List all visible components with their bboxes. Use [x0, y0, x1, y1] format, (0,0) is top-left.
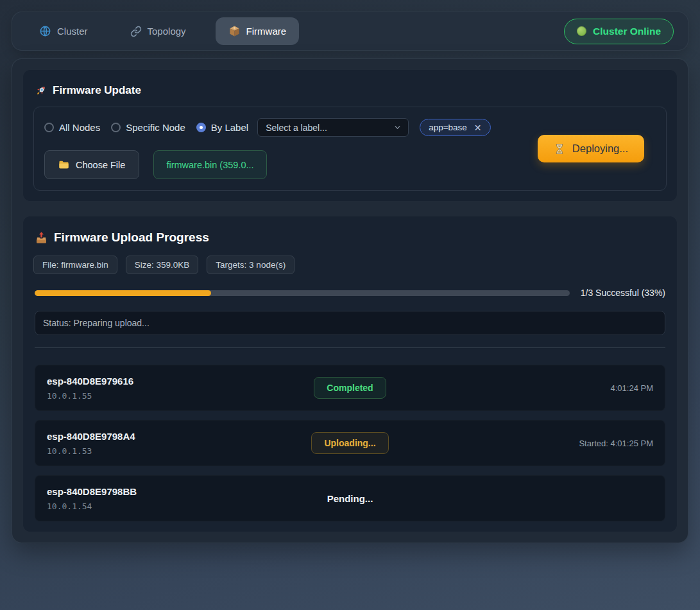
top-nav: Cluster Topology Firmware Cluster Online [12, 12, 688, 51]
radio-dot [44, 123, 54, 132]
cluster-online-label: Cluster Online [593, 26, 661, 37]
globe-icon [39, 25, 51, 37]
node-ip: 10.0.1.55 [47, 391, 314, 401]
firmware-update-title: Firmware Update [35, 84, 667, 97]
status-badge: Uploading... [311, 432, 388, 454]
meta-badges: File: firmware.bin Size: 359.0KB Targets… [33, 256, 667, 274]
deploy-button[interactable]: Deploying... [538, 135, 644, 162]
chevron-down-icon [393, 123, 402, 132]
meta-file: File: firmware.bin [33, 256, 117, 274]
node-name: esp-840D8E9798A4 [47, 431, 311, 442]
node-name: esp-840D8E979616 [47, 376, 314, 387]
label-select-dropdown[interactable]: Select a label... [257, 118, 409, 137]
nav-item-label: Topology [148, 26, 186, 37]
folder-icon [58, 159, 69, 170]
node-row: esp-840D8E979616 10.0.1.55 Completed 4:0… [35, 365, 665, 411]
radio-dot [111, 123, 121, 132]
meta-size: Size: 359.0KB [126, 256, 199, 274]
status-message: Status: Preparing upload... [35, 311, 665, 335]
node-row: esp-840D8E9798A4 10.0.1.53 Uploading... … [35, 420, 665, 466]
main-panel: Firmware Update All Nodes Specific Node … [12, 58, 688, 543]
update-form: All Nodes Specific Node By Label Select … [33, 107, 667, 191]
upload-progress-title: Firmware Upload Progress [35, 231, 667, 245]
radio-all-nodes[interactable]: All Nodes [44, 122, 100, 133]
progress-row: 1/3 Successful (33%) [35, 288, 665, 298]
nav-item-firmware[interactable]: Firmware [216, 17, 300, 45]
nav-item-label: Firmware [246, 26, 287, 37]
radio-dot [196, 123, 206, 132]
chip-remove-icon[interactable]: ✕ [474, 123, 482, 133]
node-row: esp-840D8E9798BB 10.0.1.54 Pending... [35, 475, 665, 521]
progress-bar-fill [35, 290, 211, 296]
progress-bar [35, 290, 570, 296]
hourglass-icon [554, 143, 565, 155]
cluster-online-badge: Cluster Online [564, 19, 674, 44]
rocket-icon [35, 85, 47, 97]
node-time: 4:01:24 PM [386, 383, 653, 393]
label-chip-app-base: app=base ✕ [420, 119, 490, 136]
nav-item-topology[interactable]: Topology [117, 18, 199, 45]
node-ip: 10.0.1.53 [47, 446, 311, 456]
nav-item-cluster[interactable]: Cluster [26, 17, 101, 45]
node-time: Started: 4:01:25 PM [389, 439, 653, 448]
green-dot-icon [577, 26, 586, 36]
upload-tray-icon [35, 231, 48, 245]
divider [35, 347, 665, 348]
selected-file-chip: firmware.bin (359.0... [153, 150, 266, 179]
upload-progress-card: Firmware Upload Progress File: firmware.… [22, 216, 678, 532]
node-list: esp-840D8E979616 10.0.1.55 Completed 4:0… [35, 365, 665, 521]
choose-file-button[interactable]: Choose File [44, 150, 139, 179]
radio-specific-node[interactable]: Specific Node [111, 122, 185, 133]
node-name: esp-840D8E9798BB [47, 486, 327, 497]
status-badge: Completed [314, 377, 386, 399]
status-badge: Pending... [327, 488, 373, 509]
node-ip: 10.0.1.54 [47, 501, 327, 511]
radio-by-label[interactable]: By Label [196, 122, 248, 133]
package-icon [228, 25, 241, 37]
progress-label: 1/3 Successful (33%) [581, 288, 665, 298]
nav-item-label: Cluster [57, 26, 88, 37]
link-icon [130, 26, 142, 37]
label-select-placeholder: Select a label... [266, 123, 327, 133]
firmware-update-card: Firmware Update All Nodes Specific Node … [22, 69, 678, 202]
meta-targets: Targets: 3 node(s) [207, 256, 295, 274]
